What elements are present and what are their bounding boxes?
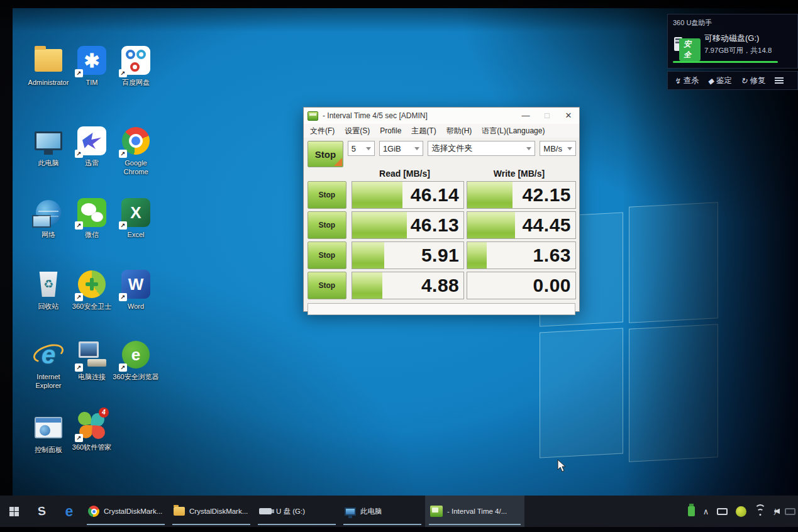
- task-chrome-crystaldiskmark[interactable]: CrystalDiskMark...: [83, 496, 169, 527]
- tray-partial-icon[interactable]: [785, 508, 795, 515]
- menu-help[interactable]: 帮助(H): [446, 126, 472, 136]
- desktop-icon-360-safety[interactable]: ↗ 360安全卫士: [69, 269, 115, 311]
- menu-theme[interactable]: 主题(T): [411, 126, 436, 136]
- menu-icon[interactable]: [775, 77, 784, 84]
- usb-device-tray-icon[interactable]: [717, 508, 728, 515]
- identify-action[interactable]: ◆ 鉴定: [707, 75, 732, 86]
- stop-button-row1[interactable]: Stop: [308, 181, 346, 209]
- volume-icon[interactable]: ): [774, 507, 777, 515]
- desktop-icon-baidu-netdisk[interactable]: ↗ 百度网盘: [113, 45, 159, 87]
- icon-art: [79, 341, 99, 358]
- icon-art: [91, 212, 103, 222]
- test-size-dropdown[interactable]: 1GiB: [379, 141, 423, 156]
- desktop-icon-360-browser[interactable]: e ↗ 360安全浏览器: [113, 339, 159, 382]
- icon-label: Excel: [128, 231, 145, 240]
- unit-dropdown[interactable]: MB/s: [540, 141, 576, 156]
- read-result-cell: 5.91: [352, 241, 465, 269]
- desktop-icon-this-pc[interactable]: 此电脑: [25, 125, 72, 168]
- stop-all-label: Stop: [315, 149, 336, 160]
- title-bar[interactable]: - Interval Time 4/5 sec [ADMIN] — □ ✕: [304, 108, 579, 124]
- test-count-dropdown[interactable]: 5: [348, 141, 375, 156]
- menu-file[interactable]: 文件(F): [310, 126, 335, 136]
- task-underline: [258, 524, 336, 525]
- icon-label: 360安全浏览器: [113, 373, 158, 382]
- word-icon: W ↗: [120, 269, 152, 300]
- task-underline: [87, 524, 165, 525]
- this-pc-icon: [33, 125, 64, 157]
- desktop-icon-word[interactable]: W ↗ Word: [113, 269, 159, 311]
- old-computer-icon: ↗: [76, 339, 108, 370]
- desktop-icon-tim[interactable]: ✱ ↗ TIM: [69, 45, 115, 87]
- 360-tray-icon[interactable]: [736, 506, 746, 517]
- icon-label: 此电脑: [38, 159, 59, 168]
- task-label: CrystalDiskMark...: [104, 507, 162, 515]
- desktop-icon-wechat[interactable]: ↗ 微信: [69, 197, 115, 240]
- lightning-icon: ↯: [674, 76, 680, 86]
- desktop-icon-xunlei[interactable]: ↗ 迅雷: [69, 125, 115, 168]
- menu-language[interactable]: 语言(L)(Language): [482, 126, 545, 136]
- icon-label: 控制面板: [35, 446, 62, 455]
- photo-of-monitor: Administrator ✱ ↗ TIM ↗ 百度网盘 此电脑: [0, 0, 798, 532]
- icon-label: 回收站: [38, 302, 59, 311]
- menu-profile[interactable]: Profile: [380, 126, 401, 135]
- wifi-icon[interactable]: [755, 507, 766, 516]
- read-result-cell: 46.14: [352, 181, 465, 209]
- read-value: 46.13: [411, 212, 460, 238]
- 360-browser-icon: e ↗: [120, 339, 152, 370]
- target-folder-dropdown[interactable]: 选择文件夹: [428, 141, 535, 156]
- read-value: 46.14: [411, 182, 460, 208]
- desktop-icon-chrome[interactable]: ↗ Google Chrome: [113, 125, 159, 177]
- write-result-cell: 1.63: [467, 241, 576, 269]
- taskbar: S e CrystalDiskMark... CrystalDiskMark..…: [0, 496, 798, 527]
- icon-label: 360安全卫士: [72, 302, 111, 311]
- task-folder-crystaldiskmark[interactable]: CrystalDiskMark...: [169, 496, 254, 527]
- task-usb-drive[interactable]: U 盘 (G:): [254, 496, 340, 527]
- stop-button-row4[interactable]: Stop: [308, 272, 346, 299]
- scan-action[interactable]: ↯ 查杀: [674, 75, 699, 86]
- desktop-icon-network[interactable]: 网络: [25, 197, 72, 240]
- read-value: 5.91: [421, 242, 459, 269]
- desktop-icon-control-panel[interactable]: 控制面板: [25, 412, 72, 455]
- 360-safety-icon: ↗: [76, 269, 108, 300]
- icon-art: [77, 411, 92, 426]
- repair-action[interactable]: ↻ 修复: [741, 75, 765, 86]
- stop-all-button[interactable]: Stop: [308, 141, 343, 167]
- chevron-down-icon: [366, 147, 371, 150]
- baidu-netdisk-icon: ↗: [120, 45, 152, 76]
- desktop-icon-360-software[interactable]: 4 ↗ 360软件管家: [69, 409, 115, 452]
- read-bar: [352, 242, 385, 269]
- edge-button[interactable]: e: [55, 496, 83, 527]
- 360-search-button[interactable]: S: [28, 496, 55, 527]
- icon-label: Google Chrome: [113, 159, 159, 177]
- desktop-icon-recycle-bin[interactable]: ♻ 回收站: [25, 269, 72, 311]
- tray-expand-icon[interactable]: ∧: [703, 507, 709, 516]
- minimize-button[interactable]: —: [515, 108, 536, 123]
- usb-safe-tray-icon[interactable]: [688, 506, 695, 516]
- read-bar: [352, 212, 407, 238]
- safe-badge: 安全: [679, 38, 701, 61]
- stop-button-row3[interactable]: Stop: [308, 241, 346, 269]
- maximize-button[interactable]: □: [536, 108, 558, 123]
- app-icon: [308, 111, 318, 121]
- read-result-cell: 46.13: [352, 211, 465, 239]
- icon-art: [36, 200, 61, 225]
- chevron-down-icon: [567, 147, 572, 150]
- shortcut-arrow-icon: ↗: [119, 363, 127, 372]
- task-label: U 盘 (G:): [276, 507, 305, 516]
- desktop-icon-internet-explorer[interactable]: e Internet Explorer: [25, 339, 72, 391]
- desktop-icon-administrator[interactable]: Administrator: [25, 45, 72, 87]
- close-button[interactable]: ✕: [558, 108, 579, 123]
- desktop-icon-excel[interactable]: X ↗ Excel: [113, 197, 159, 240]
- icon-art: [9, 507, 14, 511]
- target-folder-value: 选择文件夹: [431, 143, 472, 154]
- stop-button-row2[interactable]: Stop: [308, 211, 346, 239]
- menu-settings[interactable]: 设置(S): [345, 126, 370, 136]
- task-this-pc[interactable]: 此电脑: [340, 496, 425, 527]
- shortcut-arrow-icon: ↗: [75, 221, 83, 230]
- task-underline: [172, 524, 250, 525]
- start-button[interactable]: [0, 496, 28, 527]
- usb-popup-panel: 360 U盘助手 安全 可移动磁盘(G:) 7.97GB可用，共14.8: [667, 14, 798, 69]
- test-count-value: 5: [352, 144, 356, 153]
- task-crystaldiskmark-active[interactable]: - Interval Time 4/...: [425, 496, 524, 527]
- desktop-icon-pc-connect[interactable]: ↗ 电脑连接: [69, 339, 115, 382]
